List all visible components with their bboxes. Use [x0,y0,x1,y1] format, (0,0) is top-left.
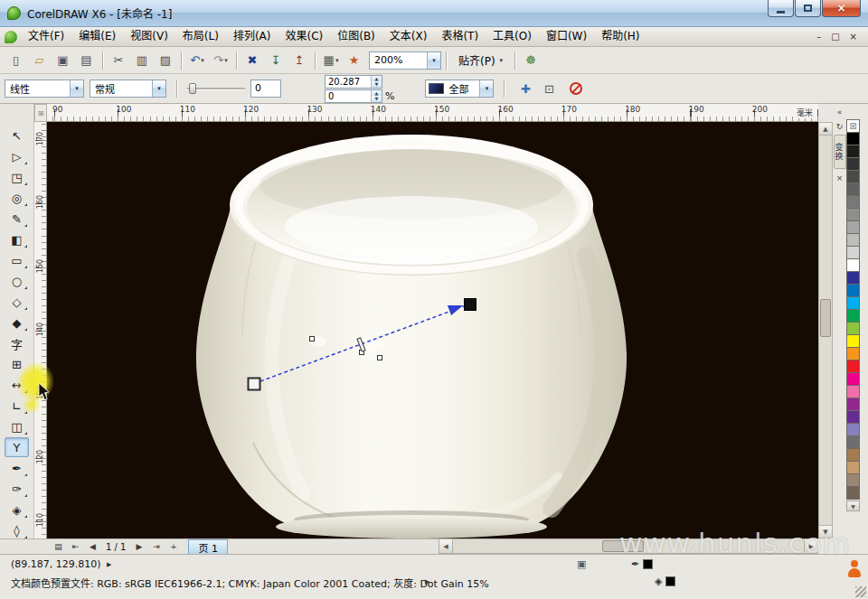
color-swatch[interactable] [846,271,860,285]
transparency-tool[interactable]: Y [5,437,29,457]
document-window-control[interactable]: × [850,32,857,42]
menu-item[interactable]: 位图(B) [330,27,382,46]
color-swatch[interactable] [846,170,860,183]
color-swatch[interactable] [846,435,860,449]
snap-to-dropdown[interactable]: 贴齐(P) ▾ [451,51,510,70]
blend-tool[interactable]: ◫ [5,416,29,436]
color-swatch[interactable] [846,183,860,196]
menu-item[interactable]: 文本(X) [382,27,435,46]
slider-handle[interactable] [189,83,196,94]
color-swatch[interactable] [846,258,860,272]
freeze-fill-icon[interactable]: ✚ [514,79,536,98]
color-swatch[interactable] [846,296,860,310]
spin-down-icon[interactable]: ▼ [372,96,382,102]
undo-icon[interactable]: ↶▾ [186,51,208,70]
text-tool[interactable]: 字 [5,333,29,353]
next-page-icon[interactable]: ▶ [131,540,146,554]
open-folder-icon[interactable]: ▱ [29,51,51,70]
spin-down-icon[interactable]: ▼ [372,81,382,88]
document-window-control[interactable]: – [816,32,821,42]
menu-item[interactable]: 布局(L) [175,27,226,46]
shape-tool[interactable]: ▷ [5,146,29,166]
color-swatch[interactable] [846,410,860,424]
new-document-icon[interactable]: ▯ [5,51,27,70]
color-swatch[interactable] [846,347,860,360]
vertical-ruler[interactable]: 170160150140130120110 [34,122,47,538]
menu-item[interactable]: 编辑(E) [71,27,123,46]
menu-item[interactable]: 文件(F) [21,27,71,46]
zoom-tool[interactable]: ◎ [5,188,29,208]
app-launcher-icon[interactable]: ▦▾ [320,51,342,70]
basic-shapes-tool[interactable]: ◆ [5,313,29,332]
docker-tab-transform[interactable]: 变换 [834,135,846,169]
close-button[interactable]: × [822,0,861,17]
content-exchange-icon[interactable]: ✖ [241,51,263,70]
scroll-left-icon[interactable]: ◀ [439,539,453,553]
cut-icon[interactable]: ✂ [108,51,129,70]
edge-pad-input[interactable]: 0 [326,90,371,102]
menu-item[interactable]: 窗口(W) [539,27,594,46]
color-swatch[interactable] [846,461,860,474]
copy-icon[interactable]: ▥ [131,51,153,70]
color-eyedropper-tool[interactable]: ✒ [5,458,29,478]
midpoint-slider[interactable] [187,80,245,97]
minimize-button[interactable] [768,0,794,17]
menu-item[interactable]: 表格(T) [434,27,486,46]
color-swatch[interactable] [846,448,860,462]
maximize-button[interactable] [795,0,821,17]
menu-item[interactable]: 工具(O) [486,27,539,46]
paste-icon[interactable]: ▨ [155,51,176,70]
color-swatch[interactable] [846,132,860,145]
menu-item[interactable]: 视图(V) [123,27,175,46]
freehand-tool[interactable]: ✎ [5,209,29,229]
palette-scroll-down-icon[interactable]: ▼ [846,501,860,511]
color-swatch[interactable] [846,195,860,209]
rectangle-tool[interactable]: ▭ [5,250,29,270]
edge-pad-spinner[interactable]: ▲▼ [371,90,382,102]
menu-item[interactable]: 效果(C) [278,27,330,46]
color-swatch[interactable] [846,322,860,335]
add-page-icon[interactable]: + [165,540,181,554]
chevron-down-icon[interactable]: ▾ [479,80,493,97]
smart-fill-tool[interactable]: ◧ [5,229,29,249]
color-swatch[interactable] [846,334,860,348]
coordinates-flyout-icon[interactable]: ▶ [107,561,111,568]
color-swatch[interactable] [846,220,860,234]
drawing-canvas[interactable] [47,122,818,538]
color-swatch[interactable] [846,157,860,171]
color-swatch[interactable] [846,246,860,259]
interactive-fill-tool[interactable]: ◊ [5,520,29,540]
color-swatch[interactable] [846,486,860,500]
document-window-control[interactable]: □ [831,32,839,42]
menu-item[interactable]: 排列(A) [226,27,278,46]
profile-flyout-icon[interactable]: ▶ [425,578,429,585]
scroll-up-icon[interactable]: ▲ [819,123,832,136]
fill-indicator[interactable]: ◈ [655,576,675,587]
collapse-dockers-icon[interactable]: « [834,106,846,117]
page-tab[interactable]: 页 1 [188,539,228,554]
close-docker-icon[interactable]: × [834,172,846,183]
redo-icon[interactable]: ↷▾ [210,51,231,70]
ruler-origin[interactable]: ⊞ [34,104,47,122]
options-icon[interactable]: ☸ [520,51,542,70]
chevron-down-icon[interactable]: ▾ [427,52,440,69]
first-page-icon[interactable]: ⇤ [68,540,83,554]
save-icon[interactable]: ▣ [52,51,74,70]
outline-pen-tool[interactable]: ✑ [5,479,29,499]
color-swatch[interactable] [846,145,860,158]
print-icon[interactable]: ▤ [76,51,98,70]
welcome-screen-icon[interactable]: ★ [344,51,365,70]
midpoint-input[interactable]: 0 [250,80,281,98]
fill-type-select[interactable]: 线性 ▾ [5,80,84,98]
fill-style-select[interactable]: 常规 ▾ [90,80,166,98]
color-swatch[interactable] [846,473,860,487]
corel-menu-icon[interactable] [5,31,17,43]
vertical-scroll-thumb[interactable] [820,299,831,337]
account-person-icon[interactable] [847,560,862,578]
last-page-icon[interactable]: ⇥ [148,540,164,554]
color-swatch[interactable] [846,233,860,247]
palette-filter-select[interactable]: 全部 ▾ [425,80,494,98]
menu-item[interactable]: 帮助(H) [594,27,646,46]
copy-fill-properties-icon[interactable]: ⊡ [538,79,560,98]
no-color-swatch[interactable]: ⊠ [846,119,860,133]
